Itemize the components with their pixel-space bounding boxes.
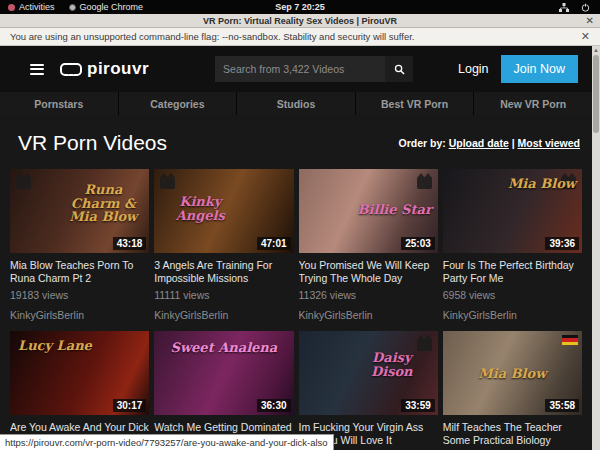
status-url-bubble: https://pirouvr.com/vr-porn-video/779325… bbox=[0, 434, 334, 450]
studio-watermark-icon bbox=[417, 339, 432, 351]
duration-badge: 33:59 bbox=[401, 399, 435, 412]
thumbnail-overlay-text: Billie Star bbox=[358, 203, 432, 217]
order-link-upload-date[interactable]: Upload date bbox=[449, 137, 509, 149]
order-by: Order by: Upload date | Most viewed bbox=[399, 137, 581, 149]
video-studio-link[interactable]: KinkyGirlsBerlin bbox=[154, 309, 293, 321]
video-thumbnail[interactable]: Lucy Lane 30:17 bbox=[10, 331, 149, 415]
video-card: Mia Blow 39:36 Four Is The Perfect Birth… bbox=[443, 169, 582, 321]
thumbnail-overlay-text: Daisy Dison bbox=[352, 351, 432, 378]
video-thumbnail[interactable]: Kinky Angels 47:01 bbox=[154, 169, 293, 253]
browser-titlebar: VR Porn: Virtual Reality Sex Videos | Pi… bbox=[0, 14, 600, 28]
menu-hamburger-icon[interactable] bbox=[30, 64, 44, 75]
video-views: 11326 views bbox=[299, 289, 438, 301]
window-close-icon[interactable]: ✕ bbox=[586, 15, 594, 26]
app-menu-button[interactable]: Google Chrome bbox=[69, 2, 144, 12]
logo-text: pirouvr bbox=[87, 59, 149, 79]
video-title[interactable]: Milf Teaches The Teacher Some Practical … bbox=[443, 421, 582, 447]
nav-item-new-vr-porn[interactable]: New VR Porn bbox=[474, 92, 592, 115]
thumbnail-overlay-text: Lucy Lane bbox=[18, 339, 92, 353]
video-views: 11111 views bbox=[154, 289, 293, 301]
video-card: Kinky Angels 47:01 3 Angels Are Training… bbox=[154, 169, 293, 321]
video-title[interactable]: You Promised We Will Keep Trying The Who… bbox=[299, 259, 438, 285]
app-menu-label: Google Chrome bbox=[80, 2, 144, 12]
studio-watermark-icon bbox=[160, 177, 175, 189]
page-content: VR Porn Videos Order by: Upload date | M… bbox=[0, 115, 592, 435]
video-studio-link[interactable]: KinkyGirlsBerlin bbox=[443, 309, 582, 321]
search-box bbox=[215, 56, 413, 82]
search-button[interactable] bbox=[385, 56, 413, 82]
video-thumbnail[interactable]: Mia Blow 39:36 bbox=[443, 169, 582, 253]
video-thumbnail[interactable]: Mia Blow 35:58 bbox=[443, 331, 582, 415]
infobar-close-icon[interactable]: ✕ bbox=[581, 30, 590, 43]
duration-badge: 39:36 bbox=[545, 237, 579, 250]
site-header: pirouvr Login Join Now bbox=[0, 46, 592, 92]
page-scrollbar[interactable]: ▲ bbox=[592, 46, 600, 450]
video-card: Sweet Analena 36:30 Watch Me Getting Dom… bbox=[154, 331, 293, 450]
page-title: VR Porn Videos bbox=[18, 131, 167, 155]
duration-badge: 43:18 bbox=[113, 237, 147, 250]
infobar-message: You are using an unsupported command-lin… bbox=[10, 31, 415, 42]
video-title[interactable]: Mia Blow Teaches Porn To Runa Charm Pt 2 bbox=[10, 259, 149, 285]
thumbnail-overlay-text: Runa Charm & Mia Blow bbox=[63, 183, 143, 224]
login-link[interactable]: Login bbox=[458, 62, 489, 76]
search-input[interactable] bbox=[215, 56, 385, 82]
system-top-bar: Activities Google Chrome Sep 7 20:25 bbox=[0, 0, 600, 14]
duration-badge: 47:01 bbox=[257, 237, 291, 250]
scrollbar-thumb[interactable] bbox=[593, 55, 599, 133]
video-views: 19183 views bbox=[10, 289, 149, 301]
search-icon bbox=[394, 64, 405, 75]
video-thumbnail[interactable]: Sweet Analena 36:30 bbox=[154, 331, 293, 415]
video-studio-link[interactable]: KinkyGirlsBerlin bbox=[299, 309, 438, 321]
activities-label: Activities bbox=[19, 2, 55, 12]
nav-item-pornstars[interactable]: Pornstars bbox=[0, 92, 118, 115]
chrome-icon bbox=[69, 4, 76, 11]
video-card: Mia Blow 35:58 Milf Teaches The Teacher … bbox=[443, 331, 582, 450]
chrome-infobar: You are using an unsupported command-lin… bbox=[0, 28, 600, 46]
nav-item-studios[interactable]: Studios bbox=[237, 92, 355, 115]
video-thumbnail[interactable]: Runa Charm & Mia Blow 43:18 bbox=[10, 169, 149, 253]
thumbnail-overlay-text: Mia Blow bbox=[508, 177, 576, 191]
activities-orb-icon bbox=[8, 4, 15, 11]
video-title[interactable]: Four Is The Perfect Birthday Party For M… bbox=[443, 259, 582, 285]
nav-item-categories[interactable]: Categories bbox=[119, 92, 237, 115]
video-title[interactable]: 3 Angels Are Training For Impossible Mis… bbox=[154, 259, 293, 285]
order-by-label: Order by: bbox=[399, 137, 446, 149]
video-card: Daisy Dison 33:59 Im Fucking Your Virgin… bbox=[299, 331, 438, 450]
join-now-button[interactable]: Join Now bbox=[501, 55, 578, 83]
video-studio-link[interactable]: KinkyGirlsBerlin bbox=[10, 309, 149, 321]
thumbnail-overlay-text: Sweet Analena bbox=[154, 341, 293, 355]
video-thumbnail[interactable]: Daisy Dison 33:59 bbox=[299, 331, 438, 415]
power-icon[interactable] bbox=[581, 3, 590, 12]
network-icon[interactable] bbox=[559, 3, 569, 12]
duration-badge: 25:03 bbox=[401, 237, 435, 250]
duration-badge: 36:30 bbox=[257, 399, 291, 412]
nav-item-best-vr-porn[interactable]: Best VR Porn bbox=[356, 92, 474, 115]
browser-tab-title: VR Porn: Virtual Reality Sex Videos | Pi… bbox=[0, 16, 600, 26]
activities-button[interactable]: Activities bbox=[8, 2, 55, 12]
video-views: 6958 views bbox=[443, 289, 582, 301]
main-nav: Pornstars Categories Studios Best VR Por… bbox=[0, 92, 592, 115]
screen: Activities Google Chrome Sep 7 20:25 V bbox=[0, 0, 600, 450]
duration-badge: 35:58 bbox=[545, 399, 579, 412]
studio-watermark-icon bbox=[417, 177, 432, 189]
german-flag-icon bbox=[562, 335, 578, 345]
vr-goggles-icon bbox=[60, 63, 82, 76]
site-logo[interactable]: pirouvr bbox=[60, 59, 149, 79]
thumbnail-overlay-text: Kinky Angels bbox=[160, 195, 240, 222]
video-thumbnail[interactable]: Billie Star 25:03 bbox=[299, 169, 438, 253]
video-card: Billie Star 25:03 You Promised We Will K… bbox=[299, 169, 438, 321]
video-card: Lucy Lane 30:17 Are You Awake And Your D… bbox=[10, 331, 149, 450]
order-link-most-viewed[interactable]: Most viewed bbox=[518, 137, 580, 149]
video-grid: Runa Charm & Mia Blow 43:18 Mia Blow Tea… bbox=[0, 165, 592, 450]
video-card: Runa Charm & Mia Blow 43:18 Mia Blow Tea… bbox=[10, 169, 149, 321]
studio-watermark-icon bbox=[16, 177, 31, 189]
duration-badge: 30:17 bbox=[113, 399, 147, 412]
scrollbar-up-arrow[interactable]: ▲ bbox=[592, 46, 600, 54]
thumbnail-overlay-text: Mia Blow bbox=[443, 367, 582, 381]
